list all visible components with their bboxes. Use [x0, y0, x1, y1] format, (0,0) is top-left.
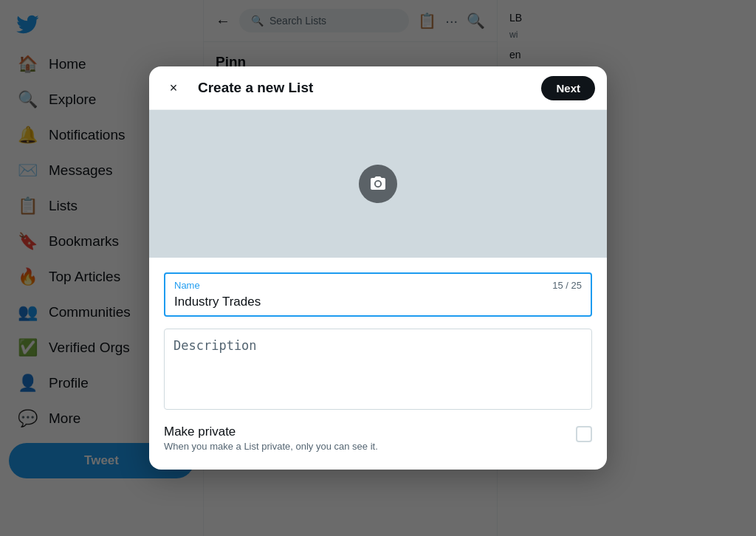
private-text: Make private When you make a List privat…: [164, 425, 378, 452]
next-button[interactable]: Next: [541, 76, 595, 100]
name-input[interactable]: [174, 280, 582, 309]
modal-title: Create a new List: [198, 80, 313, 96]
modal-header: × Create a new List Next: [149, 66, 607, 110]
name-label: Name: [174, 280, 200, 291]
private-description: When you make a List private, only you c…: [164, 441, 378, 452]
description-textarea-group: [164, 329, 592, 410]
modal-overlay: × Create a new List Next Name 15 / 25: [0, 0, 756, 536]
modal-image-area: [149, 110, 607, 258]
char-count: 15 / 25: [552, 280, 582, 291]
close-button[interactable]: ×: [161, 75, 186, 100]
make-private-checkbox[interactable]: [576, 426, 592, 442]
modal-form: Name 15 / 25 Make private When you make …: [149, 258, 607, 470]
make-private-row: Make private When you make a List privat…: [164, 422, 592, 455]
camera-icon: [369, 175, 387, 193]
name-input-group: Name 15 / 25: [164, 272, 592, 317]
description-textarea[interactable]: [173, 338, 583, 397]
create-list-modal: × Create a new List Next Name 15 / 25: [149, 66, 607, 470]
modal-header-left: × Create a new List: [161, 75, 313, 100]
camera-button[interactable]: [359, 165, 397, 203]
private-label: Make private: [164, 425, 378, 439]
